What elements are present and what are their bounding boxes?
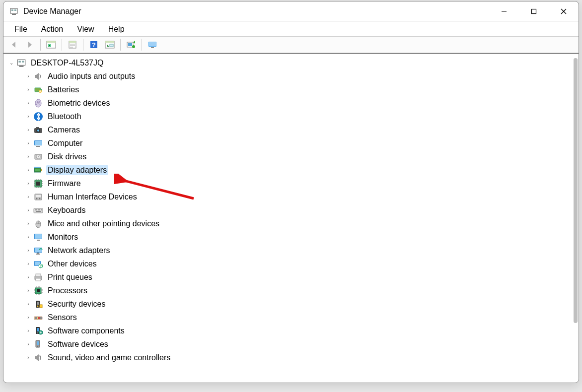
tree-node-cpu[interactable]: ›Processors (4, 284, 578, 297)
chevron-right-icon[interactable]: › (24, 87, 32, 92)
toolbar-show-hidden-button[interactable] (44, 38, 59, 52)
tree-node-label: Software components (46, 326, 126, 336)
keyboard-icon (33, 205, 43, 215)
titlebar: Device Manager (3, 1, 579, 21)
toolbar-scan-hardware-button[interactable] (124, 38, 139, 52)
toolbar: ? (3, 36, 579, 53)
tree-root-node[interactable]: ⌄DESKTOP-4L537JQ (4, 56, 578, 69)
svg-rect-9 (47, 41, 56, 43)
tree-node-battery[interactable]: ›Batteries (4, 83, 578, 96)
chevron-right-icon[interactable]: › (24, 194, 32, 199)
tree-node-fingerprint[interactable]: ›Biometric devices (4, 96, 578, 110)
camera-icon (33, 125, 43, 135)
toolbar-monitor-button[interactable] (145, 38, 160, 52)
chevron-right-icon[interactable]: › (24, 234, 32, 240)
tree-node-disk[interactable]: ›Disk drives (4, 150, 578, 163)
expander-icon[interactable]: ⌄ (7, 60, 15, 65)
svg-rect-1 (12, 14, 16, 15)
chevron-right-icon[interactable]: › (24, 261, 32, 266)
chevron-right-icon[interactable]: › (24, 328, 32, 333)
tree-node-label: Monitors (46, 232, 79, 242)
chevron-right-icon[interactable]: › (24, 154, 32, 159)
menu-view[interactable]: View (70, 23, 101, 36)
tree-node-mouse[interactable]: ›Mice and other pointing devices (4, 217, 578, 230)
close-button[interactable] (549, 1, 579, 21)
menu-file[interactable]: File (7, 23, 34, 36)
tree-node-software-dev[interactable]: ›Software devices (4, 337, 578, 351)
chevron-right-icon[interactable]: › (24, 167, 32, 173)
tree-node-bluetooth[interactable]: ›Bluetooth (4, 110, 578, 123)
tree-node-label: Print queues (46, 272, 94, 282)
disk-icon (33, 152, 43, 162)
security-icon (33, 299, 43, 309)
fingerprint-icon (33, 98, 43, 108)
computer-icon (33, 138, 43, 148)
tree-node-display-adapter[interactable]: ›Display adapters (4, 163, 578, 177)
tree-node-label: Batteries (46, 85, 80, 95)
tree-node-firmware[interactable]: ›Firmware (4, 177, 578, 190)
maximize-button[interactable] (519, 1, 549, 21)
menu-action[interactable]: Action (34, 23, 70, 36)
printer-icon (33, 272, 43, 282)
tree-node-speaker[interactable]: ›Audio inputs and outputs (4, 69, 578, 83)
tree-node-label: Cameras (46, 125, 81, 135)
battery-icon (33, 85, 43, 95)
toolbar-action-button[interactable] (102, 38, 117, 52)
chevron-right-icon[interactable]: › (24, 288, 32, 293)
tree-node-sensors[interactable]: ›Sensors (4, 311, 578, 324)
chevron-right-icon[interactable]: › (24, 355, 32, 360)
chevron-right-icon[interactable]: › (24, 221, 32, 226)
tree-node-sound[interactable]: ›Sound, video and game controllers (4, 351, 578, 364)
menu-help[interactable]: Help (101, 23, 132, 36)
tree-node-network[interactable]: ›Network adapters (4, 244, 578, 257)
svg-text:?: ? (92, 41, 96, 49)
chevron-right-icon[interactable]: › (24, 315, 32, 320)
device-manager-window: Device Manager File Action View Help (3, 1, 579, 383)
svg-point-23 (132, 45, 135, 48)
tree-node-computer[interactable]: ›Computer (4, 136, 578, 150)
device-tree[interactable]: ⌄DESKTOP-4L537JQ›Audio inputs and output… (3, 54, 579, 383)
tree-node-hid[interactable]: ›Human Interface Devices (4, 190, 578, 203)
tree-node-security[interactable]: ›Security devices (4, 297, 578, 311)
chevron-right-icon[interactable]: › (24, 274, 32, 280)
chevron-right-icon[interactable]: › (24, 114, 32, 119)
tree-node-printer[interactable]: ›Print queues (4, 270, 578, 284)
tree-node-label: Processors (46, 286, 89, 296)
chevron-right-icon[interactable]: › (24, 73, 32, 79)
tree-node-software-comp[interactable]: ›Software components (4, 324, 578, 337)
sensors-icon (33, 313, 43, 323)
toolbar-back-button[interactable] (6, 38, 21, 52)
chevron-right-icon[interactable]: › (24, 140, 32, 146)
tree-node-label: Audio inputs and outputs (46, 71, 137, 81)
svg-rect-12 (69, 41, 76, 43)
tree-node-label: Network adapters (46, 246, 111, 256)
mouse-icon (33, 219, 43, 229)
toolbar-properties-button[interactable] (65, 38, 80, 52)
window-title: Device Manager (23, 7, 81, 16)
scrollbar[interactable] (574, 58, 578, 323)
chevron-right-icon[interactable]: › (24, 248, 32, 253)
tree-node-other[interactable]: ›Other devices (4, 257, 578, 270)
chevron-right-icon[interactable]: › (24, 301, 32, 307)
cpu-icon (33, 286, 43, 296)
minimize-button[interactable] (489, 1, 519, 21)
tree-node-monitor[interactable]: ›Monitors (4, 230, 578, 244)
chevron-right-icon[interactable]: › (24, 127, 32, 132)
chevron-right-icon[interactable]: › (24, 181, 32, 186)
tree-node-camera[interactable]: ›Cameras (4, 123, 578, 136)
toolbar-help-button[interactable]: ? (86, 38, 101, 52)
svg-rect-22 (128, 43, 132, 46)
tree-node-label: Sound, video and game controllers (46, 353, 172, 363)
speaker-icon (33, 71, 43, 81)
chevron-right-icon[interactable]: › (24, 207, 32, 213)
svg-rect-2 (11, 9, 13, 11)
network-icon (33, 246, 43, 256)
software-comp-icon (33, 326, 43, 336)
chevron-right-icon[interactable]: › (24, 100, 32, 106)
tree-node-label: Software devices (46, 339, 110, 349)
tree-node-label: Biometric devices (46, 98, 111, 108)
tree-node-keyboard[interactable]: ›Keyboards (4, 203, 578, 217)
chevron-right-icon[interactable]: › (24, 341, 32, 347)
computer-root-icon (16, 58, 26, 68)
toolbar-forward-button[interactable] (22, 38, 37, 52)
